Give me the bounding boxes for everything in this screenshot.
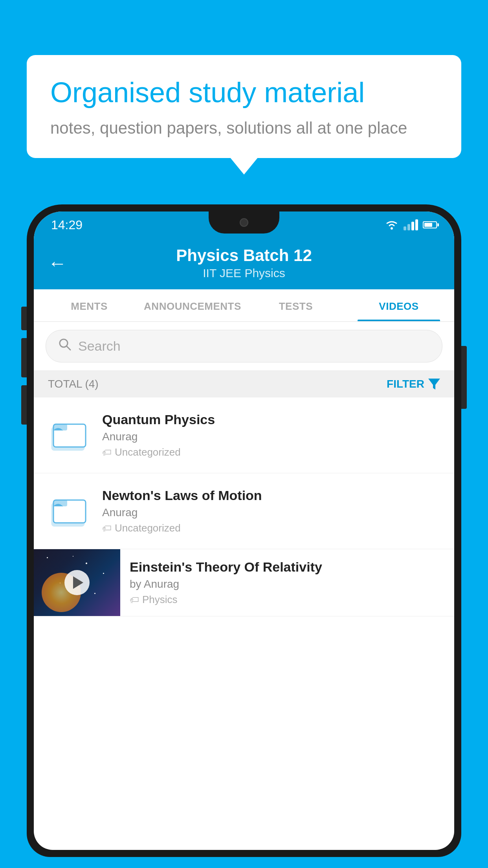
batch-subtitle: IIT JEE Physics	[79, 267, 409, 280]
play-triangle	[73, 576, 83, 589]
tag-icon: 🏷	[102, 523, 112, 534]
tag-icon: 🏷	[130, 594, 139, 605]
tab-announcements[interactable]: ANNOUNCEMENTS	[141, 289, 244, 321]
tab-tests[interactable]: TESTS	[244, 289, 347, 321]
video-info: Einstein's Theory Of Relativity by Anura…	[120, 550, 454, 615]
video-author: Anurag	[102, 430, 442, 443]
play-button[interactable]	[64, 570, 90, 595]
svg-point-0	[391, 227, 393, 230]
filter-bar: TOTAL (4) FILTER	[34, 371, 454, 397]
video-tag: 🏷 Uncategorized	[102, 522, 442, 534]
status-icons	[385, 219, 437, 230]
side-button-3	[21, 385, 27, 425]
phone-outer: 14:29	[27, 204, 461, 857]
filter-label: FILTER	[387, 378, 424, 390]
bubble-title: Organised study material	[50, 75, 438, 109]
list-item[interactable]: Einstein's Theory Of Relativity by Anura…	[34, 549, 454, 616]
tab-ments[interactable]: MENTS	[38, 289, 141, 321]
video-info: Quantum Physics Anurag 🏷 Uncategorized	[102, 412, 442, 458]
total-count: TOTAL (4)	[48, 378, 99, 390]
wifi-icon	[385, 219, 399, 230]
camera	[240, 218, 248, 227]
signal-icon	[404, 219, 418, 230]
video-title: Quantum Physics	[102, 412, 442, 427]
status-bar: 14:29	[34, 211, 454, 238]
video-info: Newton's Laws of Motion Anurag 🏷 Uncateg…	[102, 488, 442, 534]
search-bar[interactable]: Search	[46, 330, 442, 362]
folder-icon	[46, 412, 93, 459]
speech-bubble: Organised study material notes, question…	[27, 55, 461, 158]
battery-fill	[424, 223, 432, 227]
search-placeholder: Search	[78, 338, 121, 354]
svg-rect-6	[53, 424, 67, 430]
video-tag: 🏷 Physics	[130, 594, 445, 606]
tag-icon: 🏷	[102, 447, 112, 458]
side-button-1	[21, 307, 27, 330]
phone-frame: 14:29	[27, 204, 461, 868]
video-tag: 🏷 Uncategorized	[102, 446, 442, 458]
status-time: 14:29	[51, 218, 83, 232]
tab-videos[interactable]: VIDEOS	[347, 289, 450, 321]
back-button[interactable]: ←	[48, 252, 67, 274]
side-button-2	[21, 338, 27, 377]
list-item[interactable]: Newton's Laws of Motion Anurag 🏷 Uncateg…	[34, 473, 454, 549]
svg-marker-3	[428, 379, 440, 390]
phone-screen: 14:29	[34, 211, 454, 850]
app-header: ← Physics Batch 12 IIT JEE Physics	[34, 238, 454, 289]
video-thumbnail	[34, 549, 120, 616]
folder-icon	[46, 487, 93, 535]
filter-button[interactable]: FILTER	[387, 378, 440, 390]
svg-rect-9	[53, 500, 67, 506]
filter-icon	[428, 379, 440, 390]
search-icon	[58, 337, 72, 355]
video-title: Newton's Laws of Motion	[102, 488, 442, 503]
batch-title: Physics Batch 12	[79, 246, 409, 265]
battery-icon	[423, 221, 437, 228]
video-author: by Anurag	[130, 578, 445, 590]
list-item[interactable]: Quantum Physics Anurag 🏷 Uncategorized	[34, 397, 454, 473]
video-author: Anurag	[102, 506, 442, 519]
search-container: Search	[34, 322, 454, 371]
bubble-subtitle: notes, question papers, solutions all at…	[50, 119, 438, 138]
tabs-bar: MENTS ANNOUNCEMENTS TESTS VIDEOS	[34, 289, 454, 322]
video-title: Einstein's Theory Of Relativity	[130, 559, 445, 575]
side-button-right	[461, 346, 467, 409]
notch	[209, 211, 279, 234]
svg-line-2	[67, 346, 70, 350]
speech-bubble-container: Organised study material notes, question…	[27, 55, 461, 158]
video-list: Quantum Physics Anurag 🏷 Uncategorized	[34, 397, 454, 616]
header-title-group: Physics Batch 12 IIT JEE Physics	[79, 246, 409, 280]
